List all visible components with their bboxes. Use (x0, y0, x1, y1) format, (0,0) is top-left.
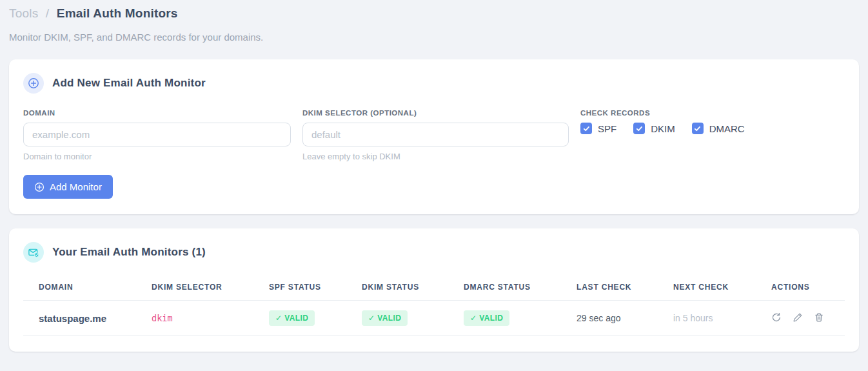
col-header-domain: DOMAIN (23, 277, 152, 301)
add-monitor-card: Add New Email Auth Monitor DOMAIN Domain… (9, 59, 859, 214)
add-monitor-button-label: Add Monitor (50, 181, 102, 192)
refresh-icon[interactable] (771, 312, 782, 325)
dkim-selector-field-label: DKIM SELECTOR (OPTIONAL) (302, 109, 569, 117)
monitors-table-wrap: DOMAIN DKIM SELECTOR SPF STATUS DKIM STA… (23, 277, 845, 336)
monitors-list-card: Your Email Auth Monitors (1) DOMAIN DKIM… (9, 228, 859, 352)
add-monitor-button[interactable]: Add Monitor (23, 175, 113, 199)
monitor-dmarc-status-cell: ✓ VALID (464, 301, 577, 336)
dmarc-status-badge: ✓ VALID (464, 310, 509, 326)
col-header-dkim-status: DKIM STATUS (362, 277, 464, 301)
col-header-dkim-selector: DKIM SELECTOR (152, 277, 269, 301)
col-header-last-check: LAST CHECK (577, 277, 673, 301)
add-monitor-card-title: Add New Email Auth Monitor (52, 77, 206, 90)
monitor-next-check: in 5 hours (673, 301, 771, 336)
check-records-label: CHECK RECORDS (580, 109, 845, 117)
monitor-domain: statuspage.me (23, 301, 152, 336)
breadcrumb-tools-link[interactable]: Tools (9, 6, 38, 20)
monitors-card-header: Your Email Auth Monitors (1) (23, 242, 845, 263)
monitors-table: DOMAIN DKIM SELECTOR SPF STATUS DKIM STA… (23, 277, 845, 336)
checkbox-spf-label: SPF (598, 123, 616, 134)
table-header-row: DOMAIN DKIM SELECTOR SPF STATUS DKIM STA… (23, 277, 845, 301)
checkbox-dmarc[interactable]: DMARC (692, 123, 745, 134)
email-check-icon (23, 242, 44, 263)
check-records-group: CHECK RECORDS SPF DKIM (580, 109, 845, 161)
monitor-dkim-status-cell: ✓ VALID (362, 301, 464, 336)
add-monitor-form: DOMAIN Domain to monitor DKIM SELECTOR (… (23, 109, 845, 161)
monitor-last-check: 29 sec ago (577, 301, 673, 336)
checkbox-dkim-label: DKIM (651, 123, 675, 134)
page-title: Email Auth Monitors (57, 6, 178, 20)
check-records-options: SPF DKIM DMARC (580, 123, 845, 134)
checkbox-checked-icon[interactable] (580, 123, 592, 134)
add-monitor-card-header: Add New Email Auth Monitor (23, 73, 845, 94)
edit-icon[interactable] (793, 312, 803, 325)
monitors-card-title: Your Email Auth Monitors (1) (52, 246, 206, 259)
domain-field-helper: Domain to monitor (23, 152, 291, 161)
domain-field-group: DOMAIN Domain to monitor (23, 109, 291, 161)
checkbox-dkim[interactable]: DKIM (633, 123, 675, 134)
col-header-spf-status: SPF STATUS (269, 277, 362, 301)
breadcrumb: Tools / Email Auth Monitors (9, 6, 859, 21)
delete-icon[interactable] (814, 312, 824, 325)
checkbox-checked-icon[interactable] (692, 123, 704, 134)
plus-circle-icon (23, 73, 44, 94)
monitor-spf-status-cell: ✓ VALID (269, 301, 362, 336)
domain-field-label: DOMAIN (23, 109, 291, 117)
dkim-selector-field-helper: Leave empty to skip DKIM (302, 152, 569, 161)
dkim-selector-field-group: DKIM SELECTOR (OPTIONAL) Leave empty to … (302, 109, 569, 161)
checkbox-checked-icon[interactable] (633, 123, 645, 134)
email-auth-monitors-page: Tools / Email Auth Monitors Monitor DKIM… (0, 0, 868, 352)
monitor-dkim-selector: dkim (152, 301, 269, 336)
col-header-actions: ACTIONS (771, 277, 845, 301)
plus-circle-icon (34, 182, 44, 192)
monitor-actions-cell (771, 301, 845, 336)
dkim-selector-input[interactable] (302, 123, 569, 146)
col-header-next-check: NEXT CHECK (673, 277, 771, 301)
breadcrumb-separator: / (46, 6, 49, 20)
page-subtitle: Monitor DKIM, SPF, and DMARC records for… (9, 32, 859, 43)
dkim-status-badge: ✓ VALID (362, 310, 408, 326)
col-header-dmarc-status: DMARC STATUS (464, 277, 577, 301)
monitor-row: statuspage.me dkim ✓ VALID ✓ VALID ✓ VAL… (23, 301, 845, 336)
domain-input[interactable] (23, 123, 291, 146)
checkbox-spf[interactable]: SPF (580, 123, 616, 134)
checkbox-dmarc-label: DMARC (709, 123, 745, 134)
spf-status-badge: ✓ VALID (269, 310, 315, 326)
